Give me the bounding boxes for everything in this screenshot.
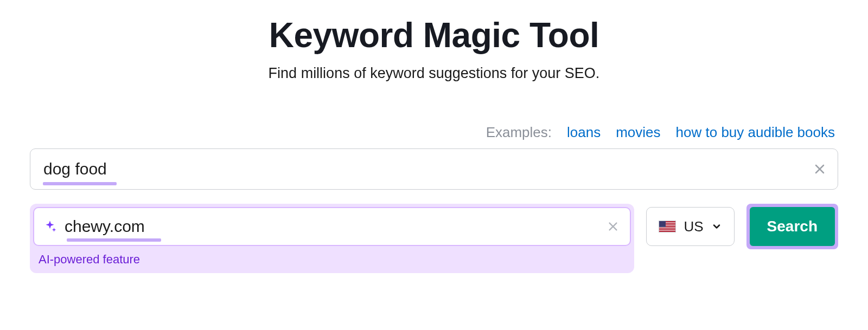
main-container: Keyword Magic Tool Find millions of keyw…: [30, 15, 838, 273]
us-flag-icon: [659, 221, 676, 232]
country-code: US: [684, 218, 703, 235]
country-select[interactable]: US: [646, 207, 734, 246]
clear-keyword-button[interactable]: [813, 163, 826, 176]
highlight-underline: [67, 238, 161, 242]
examples-label: Examples:: [486, 124, 552, 141]
domain-block: AI-powered feature: [30, 204, 634, 273]
keyword-input[interactable]: [30, 148, 838, 190]
page-subtitle: Find millions of keyword suggestions for…: [30, 65, 838, 82]
search-button[interactable]: Search: [750, 207, 835, 246]
close-icon: [607, 221, 619, 232]
ai-feature-label: AI-powered feature: [39, 253, 631, 267]
chevron-down-icon: [711, 221, 722, 232]
example-link-movies[interactable]: movies: [616, 124, 660, 141]
keyword-input-wrap: [30, 148, 838, 190]
close-icon: [813, 163, 826, 176]
example-link-audible[interactable]: how to buy audible books: [676, 124, 835, 141]
highlight-underline: [43, 182, 117, 185]
domain-input-wrap: [33, 207, 631, 246]
domain-input[interactable]: [65, 217, 599, 236]
page-title: Keyword Magic Tool: [30, 15, 838, 55]
example-link-loans[interactable]: loans: [567, 124, 601, 141]
sparkle-icon: [43, 219, 57, 234]
clear-domain-button[interactable]: [607, 221, 619, 232]
examples-row: Examples: loans movies how to buy audibl…: [30, 124, 838, 141]
search-button-highlight: Search: [746, 204, 838, 249]
second-row: AI-powered feature US Search: [30, 204, 838, 273]
